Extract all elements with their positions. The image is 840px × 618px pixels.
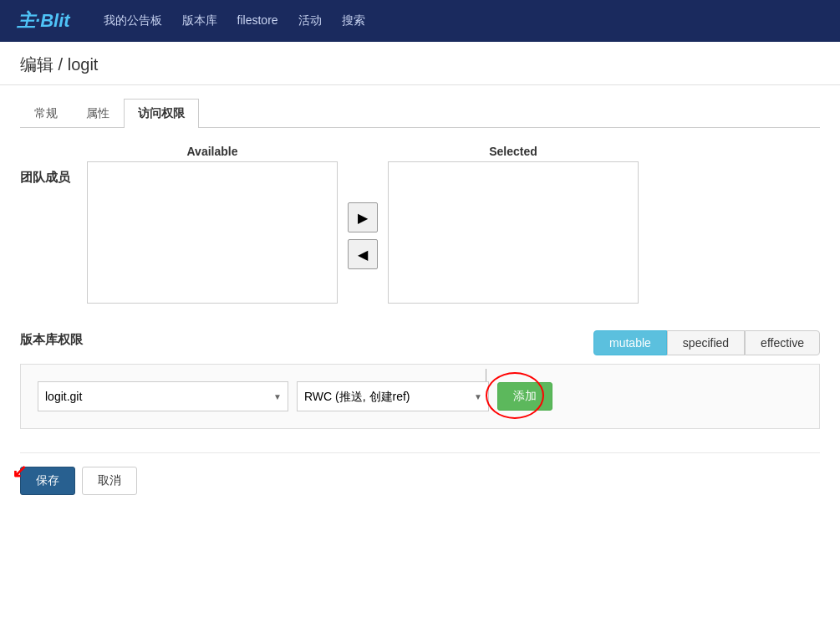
breadcrumb-separator: / <box>59 55 68 74</box>
team-members-row: 团队成员 Available ▶ ◀ Selected <box>20 145 820 307</box>
team-members-section: 团队成员 Available ▶ ◀ Selected <box>20 145 820 307</box>
breadcrumb-prefix: 编辑 <box>20 55 53 74</box>
repo-perms-box: logit.git RWC (推送, 创建ref) 添加 <box>20 364 820 429</box>
bottom-actions-wrapper: ↙ 保存 取消 <box>20 452 820 508</box>
nav-activity[interactable]: 活动 <box>298 13 322 28</box>
repo-select[interactable]: logit.git <box>38 381 288 411</box>
selected-list-wrapper: Selected <box>388 145 639 304</box>
breadcrumb-current: logit <box>68 55 99 74</box>
nav-my-board[interactable]: 我的公告板 <box>104 13 162 28</box>
page-header: 编辑 / logit <box>0 42 840 85</box>
logo-prefix: 主· <box>17 10 40 31</box>
perm-select-wrapper: RWC (推送, 创建ref) <box>297 381 489 411</box>
repo-permissions-section: 版本库权限 mutable specified effective logit.… <box>20 330 820 429</box>
repo-select-wrapper: logit.git <box>38 381 288 411</box>
perm-select[interactable]: RWC (推送, 创建ref) <box>297 381 489 411</box>
add-button-wrapper: 添加 <box>497 382 552 411</box>
move-right-button[interactable]: ▶ <box>348 202 378 232</box>
team-members-label: 团队成员 <box>20 145 87 186</box>
logo-main: Blit <box>40 10 69 31</box>
bottom-actions: 保存 取消 <box>20 452 820 508</box>
tab-access[interactable]: 访问权限 <box>124 99 199 128</box>
selected-listbox[interactable] <box>388 161 639 304</box>
perm-tab-effective[interactable]: effective <box>745 330 820 355</box>
available-header: Available <box>87 145 338 158</box>
nav-search[interactable]: 搜索 <box>342 13 365 28</box>
dual-list: Available ▶ ◀ Selected <box>87 145 639 307</box>
perm-tab-mutable[interactable]: mutable <box>593 330 667 355</box>
app-logo[interactable]: 主·Blit <box>17 8 70 33</box>
page-title: 编辑 / logit <box>20 54 820 76</box>
list-controls: ▶ ◀ <box>338 165 388 307</box>
save-button[interactable]: 保存 <box>20 467 75 495</box>
tab-general[interactable]: 常规 <box>20 99 72 128</box>
cancel-button[interactable]: 取消 <box>82 467 137 495</box>
selected-header: Selected <box>388 145 639 158</box>
nav-repositories[interactable]: 版本库 <box>182 13 217 28</box>
repo-perms-header: 版本库权限 mutable specified effective <box>20 330 820 355</box>
tab-properties[interactable]: 属性 <box>72 99 124 128</box>
top-navigation: 主·Blit 我的公告板 版本库 filestore 活动 搜索 <box>0 0 840 42</box>
repo-perms-label: 版本库权限 <box>20 332 87 348</box>
add-button[interactable]: 添加 <box>497 382 552 411</box>
available-listbox[interactable] <box>87 161 338 304</box>
available-list-wrapper: Available <box>87 145 338 304</box>
perm-tab-specified[interactable]: specified <box>667 330 745 355</box>
nav-links: 我的公告板 版本库 filestore 活动 搜索 <box>104 13 365 28</box>
move-left-button[interactable]: ◀ <box>348 239 378 269</box>
nav-filestore[interactable]: filestore <box>237 13 278 28</box>
main-content: 常规 属性 访问权限 团队成员 Available ▶ ◀ Selected <box>0 85 840 522</box>
perm-tab-bar: mutable specified effective <box>593 330 820 355</box>
tab-bar: 常规 属性 访问权限 <box>20 99 820 128</box>
